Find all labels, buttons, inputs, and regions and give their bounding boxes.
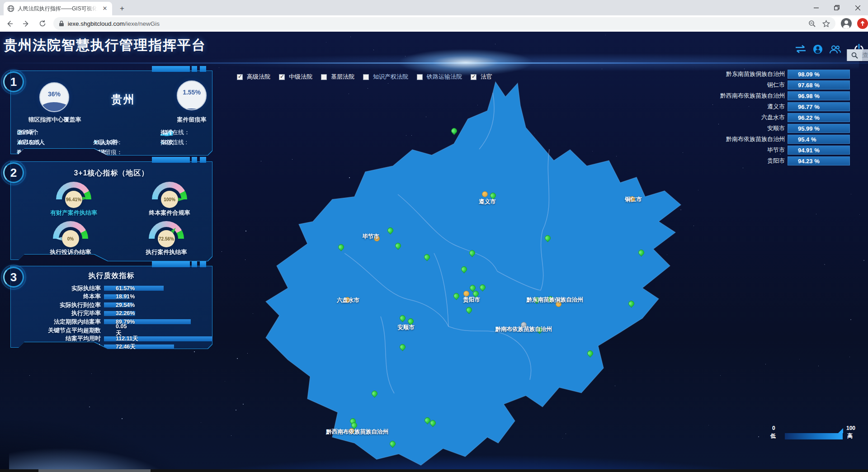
ranking-value: 95.4 % bbox=[798, 136, 816, 143]
browser-update-icon[interactable] bbox=[857, 18, 868, 29]
legend-gradient-bar bbox=[785, 433, 843, 439]
city-label: 铜仁市 bbox=[625, 196, 642, 203]
ranking-bar: 96.77 % bbox=[788, 102, 850, 111]
dashboard-stage: 贵州法院智慧执行管理指挥平台 人员查找 bbox=[0, 32, 868, 469]
window-close-button[interactable] bbox=[847, 0, 868, 15]
coverage-label: 辖区指挥中心覆盖率 bbox=[23, 116, 86, 124]
city-label: 贵阳市 bbox=[463, 296, 480, 304]
forward-button[interactable] bbox=[20, 17, 33, 30]
window-minimize-button[interactable] bbox=[806, 0, 826, 15]
filter-label: 知识产权法院 bbox=[373, 73, 408, 81]
core-indicators-title: 3+1核心指标（地区） bbox=[10, 169, 212, 178]
legend-max-label: 高 bbox=[847, 432, 853, 440]
quality-label: 结案平均用时 bbox=[17, 335, 101, 343]
quality-row: 终本率 18.91% bbox=[17, 293, 129, 301]
ranking-row[interactable]: 安顺市 95.99 % bbox=[707, 124, 850, 133]
quality-value: 29.54% bbox=[116, 302, 135, 308]
city-label: 遵义市 bbox=[479, 198, 496, 206]
quality-label: 实际执结率 bbox=[17, 284, 101, 293]
ranking-bar: 96.22 % bbox=[788, 113, 850, 122]
back-button[interactable] bbox=[4, 17, 16, 30]
gauge-2: 0% 执行投诉办结率 bbox=[34, 221, 107, 256]
ranking-bar: 98.09 % bbox=[788, 70, 850, 79]
url-bar[interactable]: iexe.shgbitcloud.com/iexe/newGis bbox=[53, 17, 835, 30]
quality-label: 法定期限内结案率 bbox=[17, 318, 101, 326]
ranking-row[interactable]: 六盘水市 96.22 % bbox=[707, 113, 850, 122]
quality-label: 终本率 bbox=[17, 293, 101, 301]
ranking-region-name: 铜仁市 bbox=[707, 81, 785, 89]
map-legend: 0 低 100 高 bbox=[769, 425, 859, 443]
filter-checkbox-2[interactable] bbox=[321, 74, 327, 80]
window-restore-button[interactable] bbox=[826, 0, 847, 15]
new-tab-button[interactable]: + bbox=[118, 4, 127, 13]
legend-min: 0 bbox=[772, 425, 775, 431]
scrollbar-thumb[interactable] bbox=[38, 469, 151, 472]
stat-value: 36/99个 bbox=[18, 128, 38, 137]
ranking-row[interactable]: 黔西南布依族苗族自治州 96.98 % bbox=[707, 91, 850, 100]
horizontal-scrollbar[interactable] bbox=[0, 469, 868, 472]
command-center-dot-orange[interactable] bbox=[482, 191, 488, 197]
zoom-page-icon[interactable] bbox=[808, 20, 816, 28]
trace-label: 案件留痕率 bbox=[162, 116, 221, 124]
quality-value: 18.91% bbox=[116, 293, 135, 300]
filter-label: 铁路运输法院 bbox=[427, 73, 462, 81]
filter-label: 法官 bbox=[481, 73, 492, 81]
tab-close-icon[interactable]: ✕ bbox=[101, 5, 108, 12]
coverage-liquid-gauge: 36% bbox=[39, 82, 69, 112]
ranking-value: 97.68 % bbox=[798, 82, 820, 89]
ranking-region-name: 毕节市 bbox=[707, 146, 785, 154]
ranking-row[interactable]: 遵义市 96.77 % bbox=[707, 102, 850, 111]
quality-row: 实际执行到位率 29.54% bbox=[17, 301, 132, 309]
filter-checkbox-0[interactable] bbox=[237, 74, 243, 80]
stat-value: 41个 bbox=[161, 128, 174, 137]
stat-value: 46/1515人 bbox=[18, 138, 45, 146]
quality-label: 执行完毕率 bbox=[17, 309, 101, 317]
filter-checkbox-1[interactable] bbox=[279, 74, 285, 80]
ranking-row[interactable]: 铜仁市 97.68 % bbox=[707, 80, 850, 90]
quality-value: 112.11天 bbox=[116, 335, 138, 343]
gauge-value: 100% bbox=[161, 191, 178, 208]
gauge-label: 执行案件执结率 bbox=[121, 248, 212, 256]
quality-label: 关键节点平均超期数 bbox=[17, 326, 101, 335]
stat-value: 11人10件 bbox=[94, 138, 118, 146]
filter-checkbox-5[interactable] bbox=[471, 74, 476, 80]
quality-row: 执行完毕率 32.26% bbox=[17, 309, 135, 318]
refresh-button[interactable] bbox=[36, 17, 49, 30]
quality-row: 法定期限内结案率 89.79% bbox=[17, 317, 191, 326]
filter-checkbox-4[interactable] bbox=[417, 74, 423, 80]
legend-min-label: 低 bbox=[770, 432, 776, 440]
ranking-row[interactable]: 黔东南苗族侗族自治州 98.09 % bbox=[707, 70, 850, 79]
trace-liquid-gauge: 1.55% bbox=[177, 80, 207, 110]
bookmark-star-icon[interactable] bbox=[822, 20, 830, 28]
legend-max: 100 bbox=[846, 425, 855, 431]
ranking-value: 96.98 % bbox=[798, 93, 820, 99]
panel-quality-metrics: 执行质效指标 实际执结率 61.57% 终本率 18.91% 实际执行到位率 2… bbox=[10, 266, 212, 349]
url-text: iexe.shgbitcloud.com/iexe/newGis bbox=[68, 20, 160, 27]
court-filter-bar: 高级法院中级法院基层法院知识产权法院铁路运输法院法官 bbox=[237, 73, 497, 80]
gauge-label: 有财产案件执结率 bbox=[28, 209, 119, 217]
city-label: 黔西南布依族苗族自治州 bbox=[326, 428, 388, 436]
browser-toolbar: iexe.shgbitcloud.com/iexe/newGis bbox=[0, 15, 868, 32]
province-shape bbox=[266, 82, 681, 465]
ranking-row[interactable]: 毕节市 94.91 % bbox=[707, 146, 850, 155]
application-window: 人民法院执行指挥——GIS可视化 ✕ + bbox=[0, 0, 868, 472]
ranking-value: 96.77 % bbox=[798, 104, 820, 110]
quality-row: 关键节点平均超期数 0.05天 bbox=[17, 326, 104, 335]
quality-label: 实际执行到位率 bbox=[17, 301, 101, 309]
tab-title: 人民法院执行指挥——GIS可视化 bbox=[18, 5, 97, 13]
ranking-row[interactable]: 黔南布依族苗族自治州 95.4 % bbox=[707, 135, 850, 144]
browser-tab[interactable]: 人民法院执行指挥——GIS可视化 ✕ bbox=[4, 2, 112, 15]
gauge-value: 0% bbox=[62, 230, 79, 247]
ranking-row[interactable]: 贵阳市 94.23 % bbox=[707, 156, 850, 165]
filter-checkbox-3[interactable] bbox=[363, 74, 369, 80]
city-label: 安顺市 bbox=[397, 324, 415, 331]
browser-profile-avatar[interactable] bbox=[841, 18, 852, 29]
ranking-region-name: 遵义市 bbox=[707, 103, 785, 111]
stat-row: ⊞已部署：36/99个 bbox=[17, 127, 24, 137]
quality-row: 实际执结率 61.57% bbox=[17, 284, 164, 293]
filter-label: 基层法院 bbox=[331, 73, 354, 81]
ranking-bar: 95.4 % bbox=[788, 135, 850, 144]
stat-row: ⚑外勤办案：11人10件 bbox=[93, 137, 100, 147]
panel-core-indicators: 3+1核心指标（地区） 96.41% 有财产案件执结率 100% 终本案件合规率… bbox=[10, 161, 212, 261]
legend-marker bbox=[838, 428, 843, 433]
